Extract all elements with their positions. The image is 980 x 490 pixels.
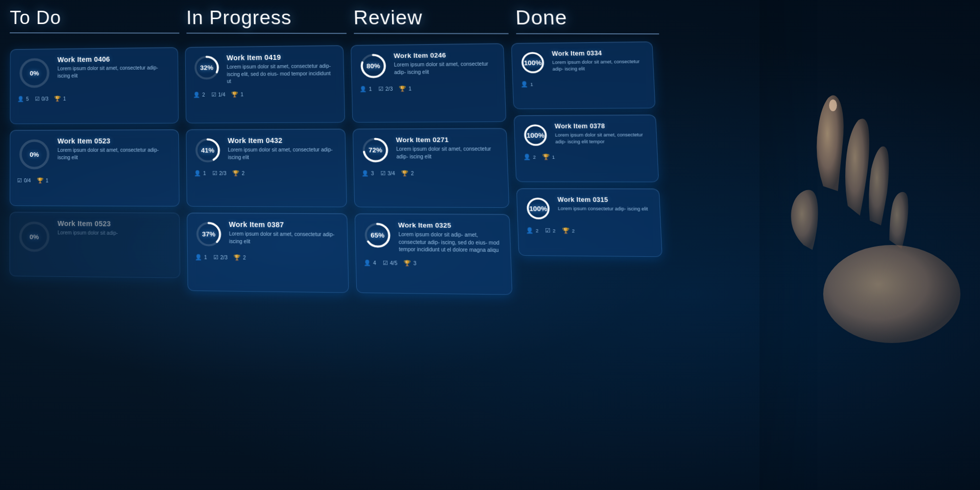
card-0387-users: 👤 1 xyxy=(195,254,207,261)
card-0246-header: 80% Work Item 0246 Lorem ipsum dolor sit… xyxy=(359,51,497,80)
inprogress-header: In Progress xyxy=(186,7,346,34)
card-0523b[interactable]: 0% Work Item 0523 Lorem ipsum dolor sit … xyxy=(9,212,180,278)
card-0432[interactable]: 41% Work Item 0432 Lorem ipsum dolor sit… xyxy=(186,129,347,207)
card-0378-footer: 👤 2 🏆 1 xyxy=(523,153,650,160)
trophy-icon: 🏆 xyxy=(399,86,406,92)
card-0378-header: 100% Work Item 0378 Lorem ipsum dolor si… xyxy=(522,122,649,147)
card-0378-trophy-count: 1 xyxy=(552,154,555,160)
card-0523a[interactable]: 0% Work Item 0523 Lorem ipsum dolor sit … xyxy=(10,129,180,207)
card-0432-tasks-count: 2/3 xyxy=(219,171,226,176)
task-icon: ☑ xyxy=(213,254,219,261)
done-column: 100% Work Item 0334 Lorem ipsum dolor si… xyxy=(511,41,664,296)
card-0406-info: Work Item 0406 Lorem ipsum dolor sit ame… xyxy=(57,54,171,79)
card-0325-trophy: 🏆 3 xyxy=(404,260,416,267)
card-0271-desc: Lorem ipsum dolor sit amet, consectetur … xyxy=(396,146,499,161)
user-icon: 👤 xyxy=(364,259,371,266)
card-0334[interactable]: 100% Work Item 0334 Lorem ipsum dolor si… xyxy=(511,41,656,109)
svg-point-26 xyxy=(829,99,837,111)
trophy-icon: 🏆 xyxy=(404,260,412,267)
card-0432-footer: 👤 1 ☑ 2/3 🏆 2 xyxy=(194,170,339,177)
card-0378-users: 👤 2 xyxy=(523,154,536,161)
trophy-icon: 🏆 xyxy=(232,170,240,176)
user-icon: 👤 xyxy=(523,154,531,161)
card-0419-info: Work Item 0419 Lorem ipsum dolor sit ame… xyxy=(226,52,336,85)
card-0271-title: Work Item 0271 xyxy=(396,136,499,144)
card-0387-info: Work Item 0387 Lorem ipsum dolor sit ame… xyxy=(229,220,340,246)
card-0419-trophy: 🏆 1 xyxy=(231,91,244,98)
task-icon: ☑ xyxy=(378,86,383,92)
card-0432-title: Work Item 0432 xyxy=(228,136,338,145)
card-0523a-trophy-count: 1 xyxy=(46,178,49,183)
card-0334-info: Work Item 0334 Lorem ipsum dolor sit ame… xyxy=(552,49,645,73)
card-0432-info: Work Item 0432 Lorem ipsum dolor sit ame… xyxy=(228,136,338,161)
card-0387-footer: 👤 1 ☑ 2/3 🏆 2 xyxy=(195,254,341,262)
card-0387[interactable]: 37% Work Item 0387 Lorem ipsum dolor sit… xyxy=(187,213,349,293)
card-0378-progress: 100% xyxy=(522,123,549,147)
card-0271[interactable]: 72% Work Item 0271 Lorem ipsum dolor sit… xyxy=(353,128,510,208)
card-0523b-desc: Lorem ipsum dolor sit adip- xyxy=(57,229,172,237)
card-0432-users: 👤 1 xyxy=(194,170,206,176)
card-0406[interactable]: 0% Work Item 0406 Lorem ipsum dolor sit … xyxy=(10,47,179,124)
card-0325[interactable]: 65% Work Item 0325 Lorem ipsum dolor sit… xyxy=(355,213,513,294)
card-0387-title: Work Item 0387 xyxy=(229,220,340,229)
card-0523a-desc: Lorem ipsum dolor sit amet, consectetur … xyxy=(57,147,172,161)
card-0432-trophy: 🏆 2 xyxy=(232,170,245,176)
card-0334-pct: 100% xyxy=(519,50,546,75)
card-0315-pct: 100% xyxy=(525,196,552,221)
card-0246[interactable]: 80% Work Item 0246 Lorem ipsum dolor sit… xyxy=(351,43,507,122)
card-0315-users-count: 2 xyxy=(536,228,539,233)
card-0325-users: 👤 4 xyxy=(364,259,376,266)
card-0387-trophy-count: 2 xyxy=(243,255,246,260)
task-icon: ☑ xyxy=(17,177,22,184)
card-0378-trophy: 🏆 1 xyxy=(542,154,555,161)
card-0315-desc: Lorem ipsum consectetur adip- iscing eli… xyxy=(558,205,652,213)
card-0315-progress: 100% xyxy=(525,196,552,221)
card-0523b-header: 0% Work Item 0523 Lorem ipsum dolor sit … xyxy=(17,219,172,255)
card-0523a-progress: 0% xyxy=(17,137,51,172)
card-0406-trophy-count: 1 xyxy=(63,96,66,101)
card-0246-desc: Lorem ipsum dolor sit amet, consectetur … xyxy=(394,60,497,76)
inprogress-column: 32% Work Item 0419 Lorem ipsum dolor sit… xyxy=(185,45,349,293)
task-icon: ☑ xyxy=(382,259,388,266)
card-0378-users-count: 2 xyxy=(533,154,536,160)
card-0419-tasks: ☑ 1/4 xyxy=(211,91,225,98)
card-0271-tasks: ☑ 3/4 xyxy=(380,170,395,177)
user-icon: 👤 xyxy=(17,96,24,102)
card-0246-trophy: 🏆 1 xyxy=(399,85,412,92)
trophy-icon: 🏆 xyxy=(37,177,44,184)
card-0315-tasks-count: 2 xyxy=(553,228,556,233)
card-0315-trophy-count: 2 xyxy=(572,228,575,234)
card-0523b-title: Work Item 0523 xyxy=(57,220,172,228)
card-0523a-tasks-count: 0/4 xyxy=(24,178,31,183)
card-0523a-pct: 0% xyxy=(17,137,51,172)
card-0419-desc: Lorem ipsum dolor sit amet, consectetur … xyxy=(227,63,337,85)
card-0419-trophy-count: 1 xyxy=(241,92,244,97)
card-0387-desc: Lorem ipsum dolor sit amet, consectetur … xyxy=(229,230,340,246)
card-0378-desc: Lorem ipsum dolor sit amet, consectetur … xyxy=(555,132,649,146)
card-0419-users: 👤 2 xyxy=(193,91,205,98)
card-0387-header: 37% Work Item 0387 Lorem ipsum dolor sit… xyxy=(195,220,340,249)
card-0315-users: 👤 2 xyxy=(526,227,539,234)
card-0325-header: 65% Work Item 0325 Lorem ipsum dolor sit… xyxy=(363,221,503,254)
svg-point-24 xyxy=(823,245,960,343)
trophy-icon: 🏆 xyxy=(401,170,409,177)
card-0378[interactable]: 100% Work Item 0378 Lorem ipsum dolor si… xyxy=(514,115,659,182)
card-0378-title: Work Item 0378 xyxy=(555,122,648,130)
card-0419[interactable]: 32% Work Item 0419 Lorem ipsum dolor sit… xyxy=(185,45,345,123)
card-0387-users-count: 1 xyxy=(204,254,207,260)
card-0246-tasks: ☑ 2/3 xyxy=(378,86,392,93)
card-0387-tasks: ☑ 2/3 xyxy=(213,254,227,261)
card-0419-header: 32% Work Item 0419 Lorem ipsum dolor sit… xyxy=(193,52,336,85)
card-0432-tasks: ☑ 2/3 xyxy=(212,170,226,176)
card-0387-pct: 37% xyxy=(195,220,223,248)
card-0315[interactable]: 100% Work Item 0315 Lorem ipsum consecte… xyxy=(516,188,662,257)
user-icon: 👤 xyxy=(194,170,201,176)
card-0334-header: 100% Work Item 0334 Lorem ipsum dolor si… xyxy=(519,49,646,75)
card-0315-info: Work Item 0315 Lorem ipsum consectetur a… xyxy=(558,196,652,213)
card-0523a-tasks: ☑ 0/4 xyxy=(17,177,31,184)
card-0325-tasks-count: 4/5 xyxy=(390,260,397,266)
card-0406-trophy: 🏆 1 xyxy=(54,96,66,102)
card-0246-progress: 80% xyxy=(359,52,388,80)
card-0315-tasks: ☑ 2 xyxy=(545,227,556,234)
card-0432-header: 41% Work Item 0432 Lorem ipsum dolor sit… xyxy=(194,136,338,164)
